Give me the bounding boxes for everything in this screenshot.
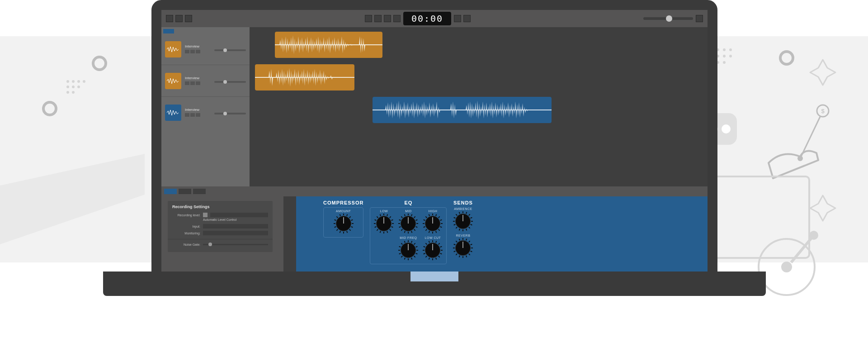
- audio-clip-1[interactable]: [275, 32, 382, 58]
- track-mute-2[interactable]: [185, 81, 189, 85]
- track-rec-1[interactable]: [196, 50, 200, 53]
- decoration-dots-1: [32, 45, 149, 163]
- recording-settings-panel: Recording Settings Recording level: Auto…: [161, 196, 279, 272]
- knob-label-high: HIGH: [423, 210, 443, 213]
- toolbar-button-right[interactable]: [696, 15, 703, 22]
- svg-text:$: $: [821, 108, 825, 114]
- laptop-base: [103, 272, 766, 296]
- noise-gate-slider[interactable]: [203, 244, 268, 245]
- knob-label-amount: AMOUNT: [327, 210, 359, 213]
- sends-ambience-knob[interactable]: [453, 211, 473, 231]
- track-name-3: Interview: [185, 108, 211, 112]
- sidebar-marker: [163, 29, 174, 33]
- eq-high-knob[interactable]: [423, 214, 443, 233]
- tab-3[interactable]: [193, 189, 206, 194]
- sends-title: SENDS: [453, 200, 473, 205]
- daw-app: 00:00: [161, 10, 708, 262]
- record-button[interactable]: [393, 15, 401, 22]
- time-counter: 00:00: [403, 12, 451, 25]
- auto-level-label: Automatic Level Control: [172, 218, 268, 221]
- track-mute-1[interactable]: [185, 50, 189, 53]
- track-rec-3[interactable]: [196, 113, 200, 117]
- sends-reverb-knob[interactable]: [453, 238, 473, 258]
- panel-tabs: [161, 186, 708, 196]
- svg-point-15: [723, 48, 726, 51]
- track-solo-1[interactable]: [190, 50, 195, 53]
- monitoring-label: Monitoring:: [172, 232, 200, 235]
- track-row-1[interactable]: Interview: [161, 33, 250, 65]
- svg-point-10: [72, 91, 75, 94]
- knob-label-midfreq: MID FREQ: [398, 236, 418, 239]
- recording-level-label: Recording level:: [172, 214, 200, 217]
- play-button[interactable]: [384, 15, 391, 22]
- recording-level-field[interactable]: [210, 213, 268, 217]
- master-volume-slider[interactable]: [643, 17, 693, 20]
- track-solo-2[interactable]: [190, 81, 195, 85]
- svg-point-29: [722, 124, 731, 133]
- toolbar-group-post: [454, 15, 471, 22]
- toolbar-button-b[interactable]: [463, 15, 471, 22]
- track-row-2[interactable]: Interview: [161, 65, 250, 97]
- recording-level-toggle[interactable]: [203, 213, 208, 217]
- tab-2[interactable]: [179, 189, 191, 194]
- svg-point-36: [809, 231, 818, 240]
- decoration-console: [0, 154, 154, 285]
- timeline[interactable]: [250, 27, 708, 186]
- slider-knob[interactable]: [666, 15, 672, 22]
- eq-low-knob[interactable]: [374, 214, 394, 233]
- svg-point-35: [781, 262, 792, 272]
- workspace: Interview: [161, 27, 708, 186]
- stop-button[interactable]: [374, 15, 382, 22]
- sends-section: SENDS AMBIENCE REVERB: [453, 200, 473, 258]
- track-volume-1[interactable]: [214, 49, 246, 51]
- eq-section: EQ LOW MID HIGH MID FREQ LOW CUT: [370, 200, 447, 264]
- compressor-section: COMPRESSOR AMOUNT: [323, 200, 363, 238]
- input-label: Input:: [172, 225, 200, 228]
- settings-title: Recording Settings: [172, 205, 268, 209]
- svg-point-20: [723, 55, 726, 57]
- track-name-2: Interview: [185, 76, 211, 80]
- audio-clip-3[interactable]: [373, 97, 552, 123]
- track-thumbnail-2: [165, 73, 181, 89]
- eq-lowcut-knob[interactable]: [423, 240, 443, 260]
- laptop-screen: 00:00: [151, 0, 717, 272]
- track-rec-2[interactable]: [196, 81, 200, 85]
- svg-point-16: [729, 48, 732, 51]
- track-volume-3[interactable]: [214, 113, 246, 114]
- input-select[interactable]: [203, 224, 268, 229]
- compressor-amount-knob[interactable]: [334, 214, 354, 233]
- svg-point-0: [43, 102, 56, 115]
- svg-point-2: [66, 80, 69, 83]
- tab-1[interactable]: [164, 189, 177, 194]
- toolbar-button-1[interactable]: [166, 15, 173, 22]
- track-volume-2[interactable]: [214, 81, 246, 83]
- track-mute-3[interactable]: [185, 113, 189, 117]
- track-thumbnail-3: [165, 105, 181, 121]
- toolbar: 00:00: [161, 10, 708, 27]
- bottom-panel: Recording Settings Recording level: Auto…: [161, 196, 708, 272]
- transport-controls: [365, 15, 401, 22]
- monitoring-select[interactable]: [203, 231, 268, 235]
- toolbar-button-3[interactable]: [185, 15, 192, 22]
- knob-label-lowcut: LOW CUT: [423, 236, 443, 239]
- eq-mid-knob[interactable]: [398, 214, 418, 233]
- toolbar-group-left: [166, 15, 192, 22]
- eq-title: EQ: [370, 200, 447, 205]
- audio-clip-2[interactable]: [255, 64, 354, 90]
- svg-point-9: [66, 91, 69, 94]
- noise-gate-label: Noise Gate:: [172, 243, 200, 246]
- laptop-notch: [410, 272, 458, 281]
- toolbar-button-a[interactable]: [454, 15, 461, 22]
- track-solo-3[interactable]: [190, 113, 195, 117]
- toolbar-button-2[interactable]: [175, 15, 183, 22]
- rewind-button[interactable]: [365, 15, 372, 22]
- svg-point-5: [83, 80, 85, 83]
- svg-point-11: [780, 52, 793, 64]
- compressor-title: COMPRESSOR: [323, 200, 363, 205]
- track-thumbnail-1: [165, 41, 181, 57]
- knob-label-ambience: AMBIENCE: [453, 207, 473, 210]
- track-row-3[interactable]: Interview: [161, 97, 250, 129]
- knob-label-reverb: REVERB: [453, 234, 473, 237]
- eq-midfreq-knob[interactable]: [398, 240, 418, 260]
- empty-slot: [283, 196, 296, 272]
